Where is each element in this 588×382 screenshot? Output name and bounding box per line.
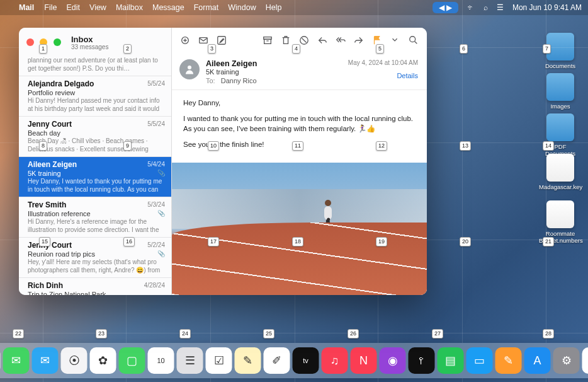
grid-label-18: 18 [292,237,303,246]
dock-facetime[interactable]: ▢ [119,347,145,374]
close-button[interactable] [26,38,34,46]
desktop-icon-label: Madagascar.key [539,183,582,190]
attachment-icon: 📎 [157,250,165,257]
dock-news[interactable]: N [351,347,377,374]
grid-label-1: 1 [39,44,47,54]
row-date: 4/28/24 [144,282,165,289]
dock-calendar[interactable]: 10 [148,347,174,374]
row-preview: Hi Danny, Here's a reference image for t… [28,218,164,233]
menu-help[interactable]: Help [266,3,282,12]
menu-edit[interactable]: Edit [66,3,80,12]
dock-maps[interactable]: ⦿ [61,347,88,374]
dock-notes[interactable]: ✎ [235,347,261,374]
grid-label-16: 16 [123,237,135,246]
grid-label-25: 25 [263,329,274,339]
wifi-icon[interactable]: ᯤ [467,3,475,12]
row-subject: Portfolio review [28,89,164,96]
dock-stocks[interactable]: ⫯ [409,347,435,374]
grid-label-27: 27 [432,329,443,339]
dock-safari[interactable]: ◎ [0,347,1,374]
grid-label-15: 15 [39,237,50,246]
dock-tv[interactable]: tv [293,347,319,374]
message-row[interactable]: Rich DinhTrip to Zion National ParkHi Da… [19,278,171,295]
grid-label-12: 12 [376,141,387,151]
archive-icon[interactable] [262,35,273,46]
dock-pages[interactable]: ✎ [495,347,522,374]
message-attachment-image[interactable] [172,163,427,295]
menu-format[interactable]: Format [194,3,219,12]
dock-music[interactable]: ♫ [322,347,348,374]
dock-contacts[interactable]: ☰ [177,347,203,374]
desktop-icon-label: Documents [539,62,582,69]
attachment-icon: 📎 [157,170,165,177]
message-list[interactable]: planning our next adventure (or at least… [19,53,171,295]
row-preview: Hi Danny! Herland passed me your contact… [28,97,164,112]
now-playing-indicator[interactable]: ◀︎ ▶︎ [433,2,458,13]
details-link[interactable]: Details [397,72,418,79]
message-row[interactable]: Trev SmithIllustration referenceHi Danny… [19,197,171,238]
row-sender: Alejandra Delgado [28,79,164,88]
grid-label-11: 11 [292,141,303,151]
chevrons-icon[interactable] [390,35,401,46]
message-row[interactable]: planning our next adventure (or at least… [19,53,171,76]
dock-keynote[interactable]: ▭ [466,347,493,374]
svg-point-6 [410,37,416,42]
desktop-icon-label: Images [539,103,582,110]
search-icon[interactable] [408,35,419,46]
envelope-icon[interactable] [198,35,209,46]
mail-window: Inbox 33 messages planning our next adve… [19,28,427,295]
grid-label-24: 24 [179,329,191,339]
sender-avatar [179,59,200,79]
spotlight-icon[interactable]: ⌕ [483,3,488,12]
body-paragraph: I wanted to thank you for putting me in … [183,113,416,134]
grid-label-23: 23 [96,329,107,339]
dock-podcasts[interactable]: ◉ [380,347,406,374]
desktop-icon-images[interactable]: Images [539,73,582,110]
grid-label-9: 9 [123,141,132,151]
dock-settings[interactable]: ⚙ [553,347,580,374]
message-row[interactable]: Aileen Zeigen5K trainingHey Danny, I wan… [19,157,171,197]
menu-file[interactable]: File [44,3,57,12]
grid-label-22: 22 [13,329,24,339]
row-date: 5/5/24 [147,120,165,127]
header-date: May 4, 2024 at 10:04 AM [348,59,418,66]
row-date: 5/2/24 [147,241,165,248]
menu-mailbox[interactable]: Mailbox [116,3,143,12]
reply-all-icon[interactable] [335,35,346,46]
grid-label-19: 19 [376,237,387,246]
dock-appstore[interactable]: A [524,347,551,374]
dock-mail[interactable]: ✉ [32,347,59,374]
header-to-name: Danny Rico [221,77,257,84]
grid-label-10: 10 [208,141,219,151]
message-row[interactable]: Jenny CourtBeach dayBeach Day 🏖 · Chill … [19,117,171,157]
row-sender: Jenny Court [28,120,164,129]
svg-rect-4 [264,39,271,43]
trash-icon[interactable] [280,35,291,46]
menu-message[interactable]: Message [152,3,184,12]
menu-view[interactable]: View [89,3,106,12]
mailbox-count: 33 messages [71,43,108,50]
menubar-datetime[interactable]: Mon Jun 10 9:41 AM [512,3,582,12]
grid-label-5: 5 [376,44,384,54]
dock-photos[interactable]: ✿ [90,347,116,374]
zoom-button[interactable] [54,38,61,46]
desktop-icon-madagascar-key[interactable]: Madagascar.key [539,154,582,190]
row-subject: Illustration reference [28,210,164,217]
row-preview: Beach Day 🏖 · Chill vibes · Beach games … [28,137,164,153]
menubar-app[interactable]: Mail [19,3,34,12]
control-center-icon[interactable]: ☰ [497,3,504,12]
dock-reminders[interactable]: ☑ [206,347,232,374]
reply-icon[interactable] [317,35,328,46]
junk-icon[interactable] [298,35,310,46]
dock-numbers[interactable]: ▤ [438,347,464,374]
compose-icon[interactable] [216,35,227,46]
forward-icon[interactable] [353,35,365,46]
menu-window[interactable]: Window [228,3,256,12]
dock-freeform[interactable]: ✐ [264,347,290,374]
dock-messages[interactable]: ✉ [3,347,30,374]
grid-label-26: 26 [348,329,359,339]
row-preview: Hey Danny, I wanted to thank you for put… [28,178,164,193]
message-row[interactable]: Alejandra DelgadoPortfolio reviewHi Dann… [19,76,171,117]
filter-icon[interactable] [179,35,191,46]
dock-iphone[interactable]: ▯ [582,347,589,374]
